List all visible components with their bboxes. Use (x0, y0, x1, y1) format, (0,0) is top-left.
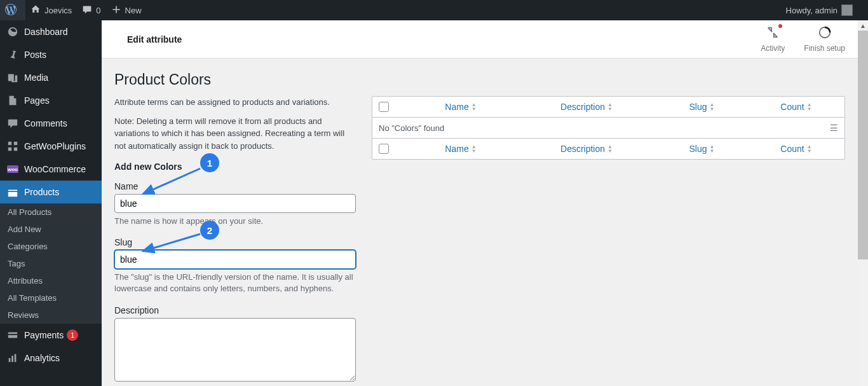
menu-pages[interactable]: Pages (0, 89, 102, 112)
new-content-link[interactable]: New (106, 0, 147, 20)
scroll-up-arrow[interactable]: ▲ (858, 20, 868, 31)
col-description-header[interactable]: Description▲▼ (560, 102, 613, 112)
svg-rect-7 (11, 355, 13, 362)
menu-payments[interactable]: Payments 1 (0, 324, 102, 347)
hamburger-icon[interactable]: ☰ (819, 123, 838, 133)
menu-analytics[interactable]: Analytics (0, 347, 102, 369)
howdy-text: Howdy, admin (786, 6, 837, 15)
menu-dashboard[interactable]: Dashboard (0, 20, 102, 43)
finish-setup-button[interactable]: Finish setup (804, 25, 845, 53)
products-icon (6, 186, 19, 198)
finish-setup-label: Finish setup (804, 44, 845, 53)
col-name-header[interactable]: Name▲▼ (445, 102, 476, 112)
page-icon (6, 94, 19, 107)
payments-icon (6, 329, 19, 341)
menu-label: Products (24, 187, 59, 197)
annotation-1: 1 (200, 153, 219, 172)
col-count-footer[interactable]: Count▲▼ (780, 144, 811, 154)
sort-icon: ▲▼ (607, 144, 613, 153)
menu-getwooplugins[interactable]: GetWooPlugins (0, 135, 102, 158)
plus-icon (111, 4, 121, 17)
menu-label: GetWooPlugins (24, 141, 86, 151)
menu-label: Payments (24, 330, 64, 340)
home-icon (31, 4, 41, 17)
products-submenu: All Products Add New Categories Tags Att… (0, 203, 102, 324)
admin-sidebar: Dashboard Posts Media Pages Comments Get… (0, 20, 102, 386)
svg-line-10 (143, 169, 200, 194)
annotation-2: 2 (200, 221, 219, 240)
menu-label: Analytics (24, 353, 60, 363)
col-slug-header[interactable]: Slug▲▼ (689, 102, 715, 112)
select-all-checkbox[interactable] (379, 102, 389, 112)
slug-help: The "slug" is the URL-friendly version o… (114, 272, 356, 294)
svg-rect-6 (9, 358, 11, 362)
table-column: Name▲▼ Description▲▼ Slug▲▼ Count▲▼ No "… (372, 96, 845, 386)
site-name-link[interactable]: Joevics (25, 0, 77, 20)
empty-message: No "Colors" found (379, 123, 444, 133)
vertical-scrollbar[interactable]: ▲ (858, 20, 868, 386)
admin-bar: Joevics 0 New Howdy, admin (0, 0, 868, 20)
intro-text: Attribute terms can be assigned to produ… (114, 96, 356, 109)
svg-rect-2 (8, 148, 11, 151)
site-name: Joevics (44, 6, 72, 15)
submenu-all-templates[interactable]: All Templates (0, 289, 102, 307)
new-label: New (125, 6, 142, 15)
svg-rect-8 (15, 354, 17, 362)
menu-label: Pages (24, 95, 50, 106)
col-count-header[interactable]: Count▲▼ (780, 102, 811, 112)
dashboard-icon (6, 25, 19, 38)
activity-label: Activity (761, 44, 785, 53)
menu-media[interactable]: Media (0, 66, 102, 89)
submenu-categories[interactable]: Categories (0, 238, 102, 255)
submenu-attributes[interactable]: Attributes (0, 272, 102, 289)
menu-label: WooCommerce (24, 164, 86, 174)
wordpress-icon (5, 4, 17, 17)
payments-badge: 1 (67, 329, 78, 341)
annotation-arrow-2 (137, 229, 207, 258)
sort-icon: ▲▼ (807, 144, 812, 153)
sort-icon: ▲▼ (471, 102, 477, 111)
description-label: Description (114, 305, 356, 315)
comment-icon (6, 117, 19, 130)
plugin-grid-icon (6, 140, 19, 153)
svg-rect-1 (14, 142, 17, 145)
analytics-icon (6, 352, 19, 364)
col-name-footer[interactable]: Name▲▼ (445, 144, 476, 154)
menu-posts[interactable]: Posts (0, 43, 102, 66)
svg-rect-0 (8, 142, 11, 145)
menu-comments[interactable]: Comments (0, 112, 102, 135)
menu-products[interactable]: Products (0, 181, 102, 203)
menu-label: Dashboard (24, 27, 68, 37)
terms-table: Name▲▼ Description▲▼ Slug▲▼ Count▲▼ No "… (372, 96, 845, 160)
svg-rect-5 (8, 334, 17, 335)
select-all-checkbox-footer[interactable] (379, 144, 389, 154)
table-header: Name▲▼ Description▲▼ Slug▲▼ Count▲▼ (372, 97, 844, 118)
wp-logo[interactable] (0, 0, 25, 20)
submenu-tags[interactable]: Tags (0, 255, 102, 272)
sort-icon: ▲▼ (471, 144, 477, 153)
col-description-footer[interactable]: Description▲▼ (560, 144, 613, 154)
sort-icon: ▲▼ (710, 102, 715, 111)
scroll-thumb[interactable] (858, 31, 868, 259)
woo-icon: woo (6, 163, 19, 176)
page-header: Edit attribute Activity Finish setup (102, 20, 858, 59)
comment-icon (82, 4, 92, 17)
menu-woocommerce[interactable]: woo WooCommerce (0, 158, 102, 181)
submenu-all-products[interactable]: All Products (0, 203, 102, 221)
page-header-title: Edit attribute (127, 34, 182, 45)
activity-dot (778, 24, 782, 28)
submenu-add-new[interactable]: Add New (0, 221, 102, 238)
menu-label: Comments (24, 118, 67, 128)
col-slug-footer[interactable]: Slug▲▼ (689, 144, 715, 154)
description-input[interactable] (114, 318, 356, 382)
activity-icon (766, 25, 780, 43)
content-area: Edit attribute Activity Finish setup Pro… (102, 20, 858, 386)
svg-rect-3 (14, 148, 17, 151)
note-text: Note: Deleting a term will remove it fro… (114, 115, 356, 153)
account-link[interactable]: Howdy, admin (781, 4, 858, 16)
avatar (841, 4, 853, 16)
submenu-reviews[interactable]: Reviews (0, 307, 102, 324)
sort-icon: ▲▼ (710, 144, 715, 153)
comments-link[interactable]: 0 (77, 0, 105, 20)
activity-button[interactable]: Activity (761, 25, 785, 53)
